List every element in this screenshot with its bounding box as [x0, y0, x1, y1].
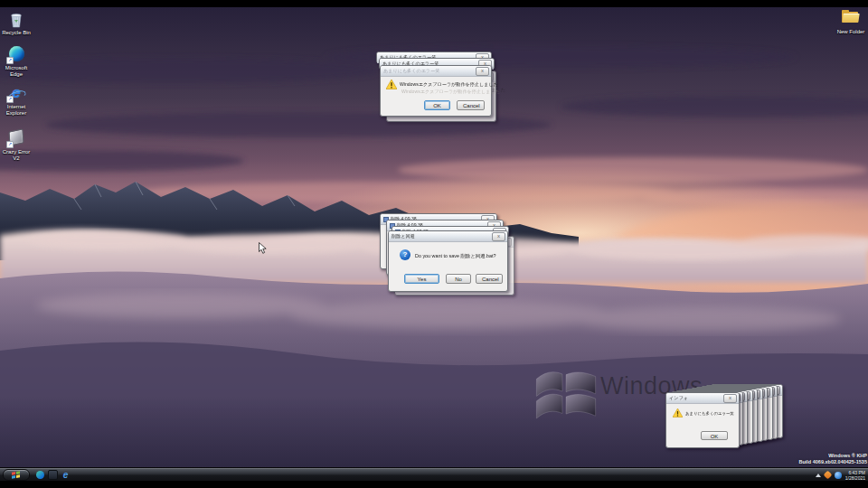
warning-icon [673, 408, 683, 418]
no-button[interactable]: No [446, 274, 471, 284]
window-titlebar[interactable]: インフォ x [666, 393, 739, 404]
windows-flag-logo [535, 365, 597, 421]
dialog-message: Windowsエクスプローラが動作を停止しました [400, 81, 498, 89]
screen: Recycle Bin ↗ Microsoft Edge e ↗ Interne… [0, 0, 868, 488]
tray-alert-icon[interactable] [823, 471, 832, 480]
letterbox-top [0, 0, 868, 7]
dialog-message-echo: Windowsエクスプローラが動作を停止しました [401, 89, 500, 96]
quick-launch-edge-icon[interactable] [36, 471, 44, 479]
edge-icon: ↗ [6, 46, 26, 64]
desktop-icon-label: Internet Explorer [0, 104, 33, 116]
close-icon[interactable]: x [476, 67, 489, 76]
warning-icon [386, 80, 397, 89]
cancel-button[interactable]: Cancel [457, 100, 485, 110]
dialog-message: Do you want to save 削除と回避.bat? [415, 252, 496, 259]
save-file-dialog[interactable]: 削除と回避 x ? Do you want to save 削除と回避.bat?… [388, 230, 508, 292]
window-titlebar[interactable]: 削除と回避 x [389, 231, 507, 242]
dialog-message: あまりにも多くのエラー笑 [685, 411, 734, 417]
recycle-bin-icon [6, 11, 26, 29]
desktop-icon-label: Crazy Error V2 [0, 149, 33, 161]
taskbar-clock[interactable]: 6:43 PM 1/28/2021 [845, 470, 865, 481]
desktop-icon-crazy-error-v2[interactable]: ↗ Crazy Error V2 [0, 128, 33, 161]
desktop-icon-recycle-bin[interactable]: Recycle Bin [0, 11, 33, 36]
cancel-button[interactable]: Cancel [476, 274, 503, 284]
close-icon[interactable]: x [723, 394, 737, 403]
build-info: Windows ® KHP Build 4069.xb02.040425-153… [798, 453, 868, 465]
tray-network-icon[interactable] [835, 472, 842, 479]
clock-date: 1/28/2021 [845, 475, 865, 481]
desktop-icon-microsoft-edge[interactable]: ↗ Microsoft Edge [0, 45, 33, 77]
taskbar: e 6:43 PM 1/28/2021 [0, 467, 868, 482]
desktop: Recycle Bin ↗ Microsoft Edge e ↗ Interne… [0, 7, 868, 467]
mouse-cursor [259, 242, 268, 255]
crazy-error-icon: ↗ [6, 130, 26, 148]
info-dialog[interactable]: インフォ x あまりにも多くのエラー笑 OK [665, 392, 740, 448]
desktop-icon-label: Recycle Bin [0, 30, 33, 36]
quick-launch: e [36, 470, 70, 480]
window-title: インフォ [669, 395, 688, 402]
build-info-line2: Build 4069.xb02.040425-1535 [798, 459, 867, 465]
quick-launch-window-icon[interactable] [48, 470, 58, 480]
shortcut-arrow-icon: ↗ [6, 141, 14, 148]
start-button[interactable] [3, 469, 30, 481]
clock-time: 6:43 PM [845, 470, 865, 475]
window-title: あまりにも多くのエラー笑 [383, 68, 439, 75]
window-title: 削除と回避 [392, 233, 415, 240]
desktop-icon-label: New Folder [835, 29, 867, 35]
windows-flag-icon [12, 471, 20, 478]
folder-icon [841, 10, 861, 28]
quick-launch-ie-icon[interactable]: e [61, 471, 70, 479]
yes-button[interactable]: Yes [404, 274, 439, 284]
desktop-icon-internet-explorer[interactable]: e ↗ Internet Explorer [0, 85, 33, 116]
letterbox-bottom [0, 481, 868, 488]
tray-expand-icon[interactable] [816, 474, 821, 477]
internet-explorer-icon: e ↗ [6, 85, 26, 103]
window-titlebar[interactable]: あまりにも多くのエラー笑 x [381, 66, 491, 77]
ok-button[interactable]: OK [701, 431, 728, 440]
shortcut-arrow-icon: ↗ [6, 96, 14, 103]
shortcut-arrow-icon: ↗ [6, 57, 14, 64]
ok-button[interactable]: OK [424, 100, 450, 110]
desktop-icon-label: Microsoft Edge [0, 65, 33, 77]
close-icon[interactable]: x [492, 232, 505, 241]
question-icon: ? [400, 249, 410, 260]
explorer-error-dialog[interactable]: あまりにも多くのエラー笑 x Windowsエクスプローラが動作を停止しました … [380, 65, 492, 117]
system-tray: 6:43 PM 1/28/2021 [816, 470, 865, 481]
desktop-icon-new-folder[interactable]: New Folder [835, 10, 867, 35]
